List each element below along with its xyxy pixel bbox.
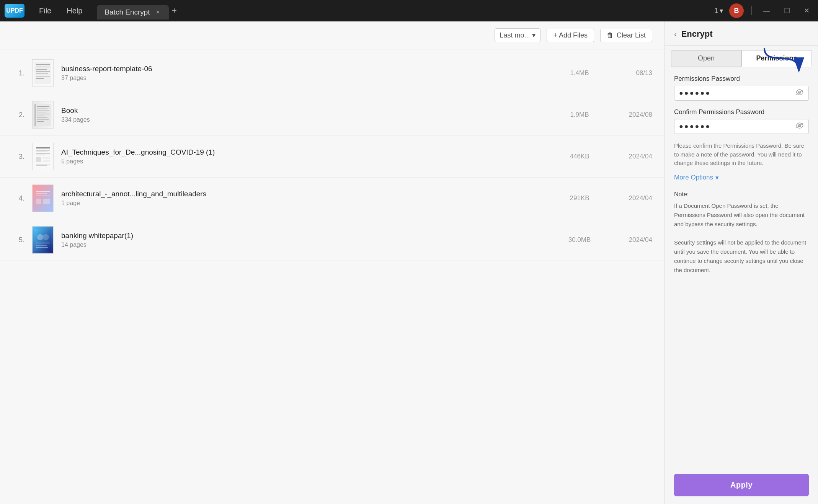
svg-rect-23 [36, 153, 50, 154]
more-options-chevron-icon: ▾ [715, 174, 719, 182]
encrypt-title: Encrypt [681, 29, 713, 39]
svg-rect-32 [36, 193, 47, 194]
svg-rect-4 [36, 71, 50, 72]
file-thumbnail [32, 59, 54, 87]
maximize-button[interactable]: ☐ [780, 5, 794, 16]
tab-open[interactable]: Open [671, 50, 741, 67]
file-info: business-report-template-06 37 pages [61, 65, 553, 82]
permissions-password-field[interactable]: ●●●●●● [674, 86, 809, 101]
list-item[interactable]: 4. [0, 178, 665, 219]
add-files-button[interactable]: + Add Files [547, 29, 594, 42]
file-pages: 334 pages [61, 116, 553, 123]
close-button[interactable]: ✕ [800, 5, 813, 16]
batch-encrypt-tab[interactable]: Batch Encrypt × [97, 5, 169, 20]
svg-rect-16 [37, 117, 47, 118]
minimize-button[interactable]: — [759, 5, 774, 16]
svg-rect-35 [43, 199, 50, 204]
file-size: 30.0MB [560, 236, 599, 244]
file-thumbnail [32, 143, 54, 170]
clear-list-label: Clear List [617, 31, 646, 39]
file-date: 2024/08 [606, 111, 652, 119]
file-number: 5. [12, 236, 24, 244]
svg-rect-5 [36, 73, 48, 74]
svg-rect-10 [37, 106, 49, 107]
more-options-button[interactable]: More Options ▾ [674, 174, 809, 182]
svg-rect-28 [36, 164, 50, 165]
list-item[interactable]: 3. [0, 136, 665, 178]
file-size: 446KB [560, 153, 599, 160]
svg-rect-6 [36, 76, 50, 77]
file-date: 08/13 [606, 69, 652, 77]
help-menu[interactable]: Help [60, 4, 89, 18]
svg-rect-17 [37, 119, 49, 120]
svg-point-37 [37, 234, 43, 240]
svg-rect-13 [37, 112, 46, 113]
file-date: 2024/04 [606, 153, 652, 160]
file-panel: Last mo... ▾ + Add Files 🗑 Clear List 1. [0, 21, 665, 504]
confirm-password-field[interactable]: ●●●●●● [674, 119, 809, 134]
file-number: 4. [12, 194, 24, 202]
file-toolbar: Last mo... ▾ + Add Files 🗑 Clear List [0, 21, 665, 49]
file-info: AI_Techniques_for_De...gnosing_COVID-19 … [61, 148, 553, 165]
clear-list-button[interactable]: 🗑 Clear List [600, 29, 652, 42]
tab-close-button[interactable]: × [155, 8, 161, 16]
svg-rect-33 [36, 196, 50, 196]
svg-rect-9 [34, 104, 36, 126]
list-item[interactable]: 1. business-report-template-06 [0, 52, 665, 94]
encrypt-header: ‹ Encrypt [665, 21, 818, 46]
sort-label: Last mo... [500, 31, 530, 39]
svg-rect-2 [36, 67, 50, 67]
user-avatar[interactable]: B [729, 3, 744, 18]
file-menu[interactable]: File [32, 4, 58, 18]
svg-rect-11 [37, 108, 47, 109]
file-pages: 37 pages [61, 75, 553, 82]
tab-add-button[interactable]: + [172, 6, 177, 16]
svg-rect-12 [37, 110, 49, 111]
add-files-label: + Add Files [553, 31, 588, 39]
list-item[interactable]: 2. [0, 94, 665, 136]
file-size: 1.9MB [560, 111, 599, 119]
encrypt-body: Permissions Password ●●●●●● Confirm Perm… [665, 67, 818, 466]
back-button[interactable]: ‹ [674, 30, 677, 39]
file-pages: 1 page [61, 200, 553, 207]
svg-point-38 [43, 234, 49, 240]
sort-dropdown[interactable]: Last mo... ▾ [495, 28, 540, 42]
note-section: Note: If a Document Open Password is set… [674, 189, 809, 275]
sort-chevron-icon: ▾ [532, 31, 536, 39]
confirm-password-value: ●●●●●● [679, 122, 795, 130]
logo-icon: UPDF [5, 4, 24, 18]
note-line-1: If a Document Open Password is set, the … [674, 201, 809, 229]
svg-rect-39 [36, 243, 50, 243]
svg-rect-15 [37, 116, 44, 116]
file-thumbnail [32, 101, 54, 129]
count-badge[interactable]: 1 ▾ [714, 7, 723, 15]
svg-rect-8 [34, 104, 51, 126]
file-pages: 5 pages [61, 158, 553, 165]
toggle-password-visibility-icon[interactable] [795, 89, 804, 97]
file-thumbnail [32, 226, 54, 254]
list-item[interactable]: 5. [0, 219, 665, 261]
helper-text: Please confirm the Permissions Password.… [674, 142, 809, 168]
svg-rect-7 [36, 78, 44, 79]
svg-rect-40 [36, 245, 47, 246]
title-bar: UPDF File Help Batch Encrypt × + 1 ▾ B —… [0, 0, 818, 21]
app-logo[interactable]: UPDF [5, 4, 24, 18]
more-options-label: More Options [674, 174, 713, 181]
toggle-confirm-visibility-icon[interactable] [795, 122, 804, 130]
file-date: 2024/04 [606, 194, 652, 202]
file-date: 2024/04 [606, 236, 652, 244]
tab-permissions[interactable]: Permissions [741, 50, 812, 67]
apply-button[interactable]: Apply [674, 474, 809, 496]
confirm-password-label: Confirm Permissions Password [674, 108, 809, 116]
note-title: Note: [674, 189, 809, 199]
file-info: banking whitepapar(1) 14 pages [61, 232, 553, 248]
file-name: Book [61, 106, 553, 115]
file-name: architectural_-_annot...ling_and_multile… [61, 190, 553, 198]
main-content: Last mo... ▾ + Add Files 🗑 Clear List 1. [0, 21, 818, 504]
encrypt-tabs: Open Permissions [671, 46, 812, 67]
svg-rect-1 [36, 64, 50, 65]
file-size: 1.4MB [560, 69, 599, 77]
trash-icon: 🗑 [607, 31, 614, 39]
svg-rect-29 [36, 165, 47, 166]
titlebar-right: 1 ▾ B — ☐ ✕ [714, 3, 813, 18]
